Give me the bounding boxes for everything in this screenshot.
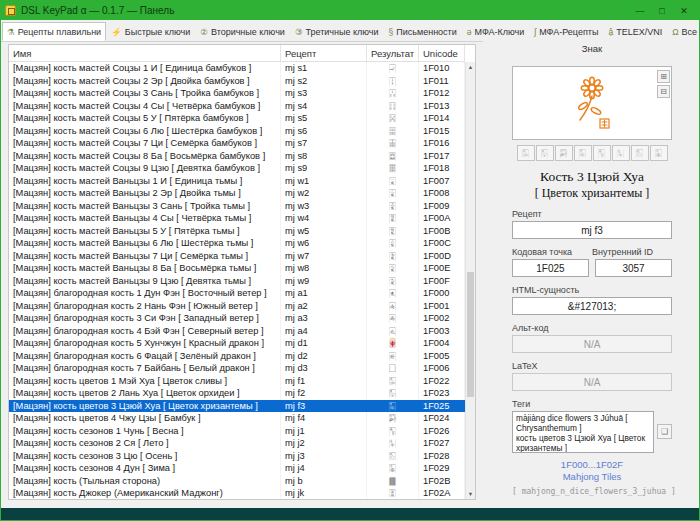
unicode-block-link[interactable]: Mahjong Tiles bbox=[512, 471, 672, 483]
cell-recipe: mj s6 bbox=[281, 125, 367, 138]
preview-action-button-1[interactable]: ⊞ bbox=[657, 70, 670, 83]
table-row[interactable]: [Мацзян] кость сезонов 1 Чунь [ Весна ]m… bbox=[9, 425, 465, 438]
table-row[interactable]: [Мацзян] кость мастей Соцзы 1 И [ Единиц… bbox=[9, 62, 465, 75]
variant-tile-button[interactable]: 🀩 bbox=[650, 145, 668, 161]
table-row[interactable]: [Мацзян] кость мастей Ваньцзы 5 У [ Пятё… bbox=[9, 225, 465, 238]
table-row[interactable]: [Мацзян] кость мастей Соцзы 7 Ци [ Семёр… bbox=[9, 137, 465, 150]
table-row[interactable]: [Мацзян] кость цветов 3 Цзюй Хуа [ Цвето… bbox=[9, 400, 465, 413]
table-row[interactable]: [Мацзян] благородная кость 3 Си Фэн [ За… bbox=[9, 312, 465, 325]
unicode-range-link[interactable]: 1F000...1F02F bbox=[512, 459, 672, 471]
column-header[interactable]: Результат bbox=[367, 45, 419, 61]
table-row[interactable]: [Мацзян] кость мастей Соцзы 8 Ба [ Восьм… bbox=[9, 150, 465, 163]
table-row[interactable]: [Мацзян] благородная кость 2 Нань Фэн [ … bbox=[9, 300, 465, 313]
cell-result: 🀥 bbox=[367, 400, 419, 413]
variant-tile-button[interactable]: 🀦 bbox=[593, 145, 611, 161]
recipes-table: ИмяРецептРезультатUnicode [Мацзян] кость… bbox=[8, 44, 476, 500]
cell-recipe: mj jk bbox=[281, 487, 367, 499]
scroll-down-icon[interactable]: ▼ bbox=[466, 489, 475, 499]
table-row[interactable]: [Мацзян] кость цветов 4 Чжу Цзы [ Бамбук… bbox=[9, 412, 465, 425]
variant-tile-button[interactable]: 🀨 bbox=[631, 145, 649, 161]
cell-unicode: 1F02A bbox=[419, 487, 465, 499]
table-row[interactable]: [Мацзян] кость сезонов 3 Цю [ Осень ]mj … bbox=[9, 450, 465, 463]
variant-tile-button[interactable]: 🀥 bbox=[574, 145, 592, 161]
column-header[interactable]: Имя bbox=[9, 45, 281, 61]
cell-unicode: 1F026 bbox=[419, 425, 465, 438]
table-row[interactable]: [Мацзян] кость мастей Соцзы 4 Сы [ Четвё… bbox=[9, 100, 465, 113]
close-button[interactable]: ✕ bbox=[673, 3, 695, 18]
table-row[interactable]: [Мацзян] кость мастей Ваньцзы 9 Цзю [ Де… bbox=[9, 275, 465, 288]
cell-name: [Мацзян] благородная кость 6 Фацай [ Зел… bbox=[9, 350, 281, 363]
tags-copy-icon[interactable]: ❏ bbox=[657, 424, 672, 439]
table-row[interactable]: [Мацзян] кость Джокер (Американский Мадж… bbox=[9, 487, 465, 499]
tags-field[interactable]: màjiàng dice flowers 3 Júhuā [ Chrysanth… bbox=[512, 411, 654, 453]
column-header[interactable]: Unicode bbox=[419, 45, 465, 61]
codepoint-field[interactable]: 1F025 bbox=[512, 259, 589, 277]
table-row[interactable]: [Мацзян] кость мастей Ваньцзы 6 Лю [ Шес… bbox=[9, 237, 465, 250]
table-row[interactable]: [Мацзян] кость цветов 2 Лань Хуа [ Цвето… bbox=[9, 387, 465, 400]
cell-name: [Мацзян] кость мастей Ваньцзы 3 Сань [ Т… bbox=[9, 200, 281, 213]
table-row[interactable]: [Мацзян] кость цветов 1 Мэй Хуа [ Цветок… bbox=[9, 375, 465, 388]
preview-action-button-2[interactable]: ⊟ bbox=[657, 85, 670, 98]
variant-tile-button[interactable]: 🀣 bbox=[536, 145, 554, 161]
tab-telex-vni[interactable]: ậTELEX/VNI bbox=[603, 22, 667, 41]
html-entity-field[interactable]: &#127013; bbox=[512, 297, 672, 315]
minimize-button[interactable]: — bbox=[629, 3, 651, 18]
internal-id-field[interactable]: 3057 bbox=[595, 259, 672, 277]
table-row[interactable]: [Мацзян] кость мастей Ваньцзы 1 И [ Един… bbox=[9, 175, 465, 188]
table-row[interactable]: [Мацзян] кость мастей Соцзы 2 Эр [ Двойк… bbox=[9, 75, 465, 88]
cell-result: 🀃 bbox=[367, 325, 419, 338]
table-row[interactable]: [Мацзян] кость мастей Ваньцзы 8 Ба [ Вос… bbox=[9, 262, 465, 275]
tab-secondary-keys[interactable]: ②Вторичные ключи bbox=[195, 22, 290, 41]
latex-label: LaTeX bbox=[512, 361, 672, 371]
table-row[interactable]: [Мацзян] кость мастей Соцзы 9 Цзю [ Девя… bbox=[9, 162, 465, 175]
variant-tile-button[interactable]: 🀤 bbox=[555, 145, 573, 161]
cell-name: [Мацзян] кость мастей Ваньцзы 9 Цзю [ Де… bbox=[9, 275, 281, 288]
table-row[interactable]: [Мацзян] благородная кость 4 Бэй Фэн [ С… bbox=[9, 325, 465, 338]
table-row[interactable]: [Мацзян] кость мастей Соцзы 6 Лю [ Шестё… bbox=[9, 125, 465, 138]
detail-panel: Знак bbox=[483, 41, 700, 508]
cell-unicode: 1F018 bbox=[419, 162, 465, 175]
table-row[interactable]: [Мацзян] кость мастей Ваньцзы 4 Сы [ Чет… bbox=[9, 212, 465, 225]
variant-tile-button[interactable]: 🀢 bbox=[517, 145, 535, 161]
tags-label: Теги bbox=[512, 399, 672, 409]
cell-result: 🀐 bbox=[367, 62, 419, 75]
cell-recipe: mj j1 bbox=[281, 425, 367, 438]
column-header[interactable]: Рецепт bbox=[281, 45, 367, 61]
table-row[interactable]: [Мацзян] благородная кость 6 Фацай [ Зел… bbox=[9, 350, 465, 363]
table-row[interactable]: [Мацзян] благородная кость 7 Байбань [ Б… bbox=[9, 362, 465, 375]
cell-recipe: mj s2 bbox=[281, 75, 367, 88]
tab-ipa-keys[interactable]: əМФА-Ключи bbox=[462, 22, 530, 41]
cell-name: [Мацзян] кость цветов 2 Лань Хуа [ Цвето… bbox=[9, 387, 281, 400]
tab-smelter-recipes[interactable]: ⚗Рецепты плавильни bbox=[2, 22, 106, 41]
cell-name: [Мацзян] кость мастей Ваньцзы 5 У [ Пятё… bbox=[9, 225, 281, 238]
tab-fast-keys[interactable]: ⚡Быстрые ключи bbox=[106, 22, 195, 41]
table-row[interactable]: [Мацзян] кость (Тыльная сторона)mj b🀫1F0… bbox=[9, 475, 465, 488]
variant-tile-button[interactable]: 🀧 bbox=[612, 145, 630, 161]
tab-ipa-recipes[interactable]: ʃМФА-Рецепты bbox=[529, 22, 603, 41]
cell-name: [Мацзян] благородная кость 5 Хунчжун [ К… bbox=[9, 337, 281, 350]
tab-tertiary-keys[interactable]: ③Третичные ключи bbox=[290, 22, 384, 41]
cell-unicode: 1F00C bbox=[419, 237, 465, 250]
table-row[interactable]: [Мацзян] кость мастей Ваньцзы 7 Ци [ Сем… bbox=[9, 250, 465, 263]
table-row[interactable]: [Мацзян] кость мастей Ваньцзы 2 Эр [ Дво… bbox=[9, 187, 465, 200]
tab-label: TELEX/VNI bbox=[616, 27, 662, 37]
table-row[interactable]: [Мацзян] благородная кость 1 Дун Фэн [ В… bbox=[9, 287, 465, 300]
table-row[interactable]: [Мацзян] кость сезонов 2 Ся [ Лето ]mj j… bbox=[9, 437, 465, 450]
entry-id-note: [ mahjong_n_dice_flowers_3_juhua ] bbox=[512, 487, 672, 496]
table-row[interactable]: [Мацзян] кость мастей Соцзы 3 Сань [ Тро… bbox=[9, 87, 465, 100]
cell-unicode: 1F015 bbox=[419, 125, 465, 138]
table-row[interactable]: [Мацзян] кость мастей Соцзы 5 У [ Пятёрк… bbox=[9, 112, 465, 125]
table-row[interactable]: [Мацзян] кость мастей Ваньцзы 3 Сань [ Т… bbox=[9, 200, 465, 213]
table-row[interactable]: [Мацзян] кость сезонов 4 Дун [ Зима ]mj … bbox=[9, 462, 465, 475]
recipe-field[interactable]: mj f3 bbox=[512, 221, 672, 239]
title-bar: DSL KeyPad α — 0.1.7 — Панель — □ ✕ bbox=[1, 1, 699, 20]
tab-label: Рецепты плавильни bbox=[18, 27, 102, 37]
table-scrollbar[interactable]: ▲ ▼ bbox=[465, 62, 475, 499]
scroll-up-icon[interactable]: ▲ bbox=[466, 62, 475, 72]
table-row[interactable]: [Мацзян] благородная кость 5 Хунчжун [ К… bbox=[9, 337, 465, 350]
tab-scripts[interactable]: §Письменности bbox=[384, 22, 462, 41]
maximize-button[interactable]: □ bbox=[651, 3, 673, 18]
cell-result: 🀖 bbox=[367, 137, 419, 150]
tab-all-symbols[interactable]: ΩВсе символы bbox=[667, 22, 699, 41]
scrollbar-thumb[interactable] bbox=[467, 272, 474, 397]
